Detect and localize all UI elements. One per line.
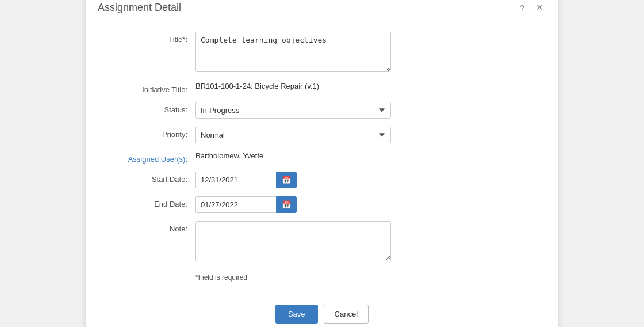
status-label: Status: <box>103 102 195 114</box>
initiative-row: Initiative Title: BR101-100-1-24: Bicycl… <box>103 82 540 94</box>
modal-header: Assignment Detail ? ✕ <box>86 0 558 20</box>
calendar-icon: 📅 <box>282 200 291 209</box>
start-date-input[interactable] <box>195 172 276 188</box>
end-date-input[interactable] <box>195 196 276 213</box>
assigned-users-control-wrap: Bartholomew, Yvette <box>195 151 540 160</box>
assigned-users-row: Assigned User(s): Bartholomew, Yvette <box>103 151 540 164</box>
start-date-control-wrap: 📅 <box>195 172 540 188</box>
end-date-label: End Date: <box>103 196 195 208</box>
priority-select[interactable]: Normal High Low <box>195 127 391 143</box>
end-date-row: End Date: 📅 <box>103 196 540 213</box>
close-button[interactable]: ✕ <box>533 1 546 14</box>
title-label: Title*: <box>103 32 195 44</box>
start-date-input-group: 📅 <box>195 172 540 188</box>
status-row: Status: In-Progress Not Started Complete… <box>103 102 540 119</box>
initiative-value: BR101-100-1-24: Bicycle Repair (v.1) <box>195 78 319 90</box>
modal-footer: Save Cancel <box>86 295 558 327</box>
assigned-users-label[interactable]: Assigned User(s): <box>103 151 195 164</box>
title-row: Title*: <box>103 32 540 74</box>
save-button[interactable]: Save <box>275 305 318 324</box>
help-button[interactable]: ? <box>517 2 527 14</box>
required-note-row: *Field is required <box>103 271 540 282</box>
modal-header-icons: ? ✕ <box>517 1 546 14</box>
start-date-row: Start Date: 📅 <box>103 172 540 188</box>
calendar-icon: 📅 <box>282 176 291 184</box>
start-date-label: Start Date: <box>103 172 195 184</box>
initiative-control-wrap: BR101-100-1-24: Bicycle Repair (v.1) <box>195 82 540 90</box>
modal-overlay: Assignment Detail ? ✕ Title*: Initiative… <box>0 0 644 327</box>
end-date-control-wrap: 📅 <box>195 196 540 213</box>
priority-control-wrap: Normal High Low <box>195 127 540 143</box>
modal-title: Assignment Detail <box>98 2 181 14</box>
priority-row: Priority: Normal High Low <box>103 127 540 143</box>
end-date-calendar-button[interactable]: 📅 <box>276 196 297 213</box>
initiative-label: Initiative Title: <box>103 82 195 94</box>
note-label: Note: <box>103 221 195 233</box>
modal-body: Title*: Initiative Title: BR101-100-1-24… <box>86 20 558 295</box>
title-input[interactable] <box>195 32 391 72</box>
start-date-calendar-button[interactable]: 📅 <box>276 172 297 188</box>
cancel-button[interactable]: Cancel <box>324 305 369 324</box>
priority-label: Priority: <box>103 127 195 139</box>
assignment-detail-modal: Assignment Detail ? ✕ Title*: Initiative… <box>86 0 558 327</box>
note-row: Note: <box>103 221 540 263</box>
note-control-wrap <box>195 221 540 263</box>
required-note-text: *Field is required <box>195 273 247 282</box>
note-input[interactable] <box>195 221 391 261</box>
end-date-input-group: 📅 <box>195 196 540 213</box>
assigned-users-value: Bartholomew, Yvette <box>195 148 263 160</box>
title-control-wrap <box>195 32 540 74</box>
status-control-wrap: In-Progress Not Started Completed Cancel… <box>195 102 540 119</box>
status-select[interactable]: In-Progress Not Started Completed Cancel… <box>195 102 391 119</box>
